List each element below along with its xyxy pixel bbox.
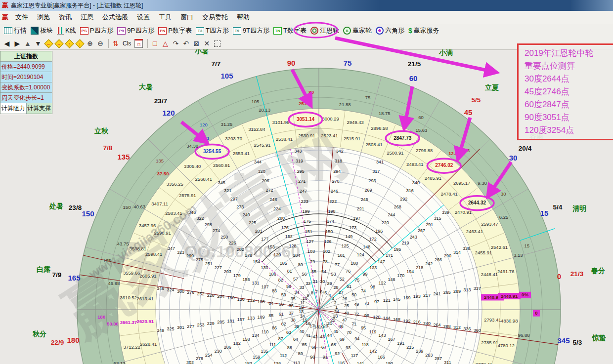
diamond-down-icon[interactable]: ↓ <box>76 40 83 47</box>
menu-5[interactable]: 公式选股 <box>98 13 132 22</box>
toolbar-item-9T四方形[interactable]: T99T四方形 <box>233 26 269 35</box>
annotation-box: 2019年江恩轮中轮重要点位测算30度2644点45度2746点60度2847点… <box>517 43 613 140</box>
rotate-cw-icon[interactable]: ↷ <box>172 40 179 47</box>
toolbar-item-T数字表[interactable]: TNT数字表 <box>273 26 306 35</box>
toolbar-item-P四方形[interactable]: PSP四方形 <box>80 26 114 35</box>
svg-text:32: 32 <box>306 281 310 286</box>
svg-text:49: 49 <box>354 302 359 307</box>
select-box-icon[interactable] <box>214 40 220 47</box>
boxed-x-icon[interactable]: ⊠ <box>193 40 200 47</box>
svg-text:2785.91: 2785.91 <box>481 340 498 345</box>
toolbar-item-label: T数字表 <box>283 26 306 35</box>
rotate-ccw-icon[interactable]: ↶ <box>182 40 189 47</box>
cls-button[interactable]: Cls <box>123 40 131 47</box>
svg-text:107: 107 <box>261 284 268 289</box>
svg-text:135: 135 <box>261 349 268 354</box>
scatter-x-icon[interactable]: ✕ <box>203 40 210 47</box>
svg-text:74: 74 <box>361 288 366 293</box>
svg-text:64: 64 <box>293 337 298 342</box>
calendar-21-icon[interactable]: 21 <box>134 39 143 48</box>
toolbar-item-K线[interactable]: K线 <box>57 26 76 35</box>
svg-text:150: 150 <box>325 229 333 234</box>
svg-text:265: 265 <box>443 290 451 295</box>
svg-text:80: 80 <box>298 262 303 267</box>
quote-grid-icon <box>4 27 12 34</box>
wheel-label-165: 165 <box>68 274 80 282</box>
svg-text:84: 84 <box>268 301 273 306</box>
svg-text:3051.14: 3051.14 <box>297 117 315 122</box>
blocks-icon <box>31 27 39 35</box>
svg-text:2493.41: 2493.41 <box>406 162 423 167</box>
menu-1[interactable]: 文件 <box>11 13 33 22</box>
toolbar-item-六角形[interactable]: 六角形 <box>376 26 404 35</box>
up-triangle-icon[interactable]: ▲ <box>24 40 31 47</box>
menu-6[interactable]: 设置 <box>132 13 154 22</box>
svg-text:35: 35 <box>291 296 296 301</box>
svg-text:53: 53 <box>331 272 336 277</box>
t9-badge-icon: T9 <box>233 27 241 35</box>
toolbar-item-赢家轮[interactable]: B赢家轮 <box>343 26 372 35</box>
toolbar-separator <box>147 39 148 48</box>
svg-text:47: 47 <box>342 318 347 323</box>
svg-text:206: 206 <box>224 345 231 350</box>
diamond-right-icon[interactable]: → <box>55 40 62 47</box>
toolbar-item-行情[interactable]: 行情 <box>4 26 27 35</box>
svg-text:342: 342 <box>336 149 344 154</box>
toolbar-item-9P四方形[interactable]: P99P四方形 <box>117 26 154 35</box>
zoom-out-icon[interactable]: ⊖ <box>97 40 104 47</box>
svg-text:169: 169 <box>403 295 410 300</box>
toolbar-item-P数字表[interactable]: PNP数字表 <box>158 26 192 35</box>
down-triangle-icon[interactable]: ▼ <box>35 40 42 47</box>
svg-text:2949.43: 2949.43 <box>347 120 363 125</box>
svg-text:111: 111 <box>269 342 276 347</box>
calc-resistance-button[interactable]: 计算阻力 <box>0 103 27 114</box>
wheel-label-5/4: 5/4 <box>553 203 563 211</box>
svg-text:320: 320 <box>258 169 265 174</box>
toolbar-item-江恩轮[interactable]: 江恩轮 <box>310 26 339 35</box>
menu-2[interactable]: 浏览 <box>33 13 54 22</box>
toolbar-item-板块[interactable]: 板块 <box>31 26 53 35</box>
svg-text:148: 148 <box>363 244 370 249</box>
svg-text:103: 103 <box>307 249 315 254</box>
menu-10[interactable]: 帮助 <box>232 13 254 22</box>
svg-text:88: 88 <box>287 345 292 350</box>
square-tool-icon[interactable]: □ <box>151 40 158 47</box>
toolbar-item-T四方形[interactable]: T3T四方形 <box>196 26 229 35</box>
svg-text:3203.70: 3203.70 <box>225 136 242 141</box>
svg-text:249: 249 <box>243 212 250 217</box>
time-axis-icon[interactable]: ⇅ <box>112 40 119 47</box>
wheel-label-120: 120 <box>162 109 175 117</box>
menu-8[interactable]: 窗口 <box>176 13 198 22</box>
annotation-line: 90度3051点 <box>525 111 613 124</box>
diamond-up-icon[interactable]: ↑ <box>66 40 73 47</box>
svg-text:106: 106 <box>269 272 276 277</box>
svg-text:73: 73 <box>364 301 369 306</box>
menu-7[interactable]: 工具 <box>154 13 176 22</box>
zoom-in-icon[interactable]: ⊕ <box>87 40 93 47</box>
svg-text:39: 39 <box>294 324 299 329</box>
triangle-tool-icon[interactable]: △ <box>162 40 169 47</box>
date-field: 时间=20190104 <box>0 72 52 82</box>
svg-text:278: 278 <box>196 356 203 361</box>
svg-text:227: 227 <box>215 265 222 270</box>
svg-text:38: 38 <box>291 318 296 323</box>
svg-text:33.33: 33.33 <box>197 135 209 141</box>
menu-4[interactable]: 江恩 <box>76 13 98 22</box>
prev-icon[interactable]: ◀ <box>3 40 10 47</box>
toolbar-item-赢家服务[interactable]: $赢家服务 <box>408 26 439 35</box>
svg-text:2628.41: 2628.41 <box>140 341 157 347</box>
svg-text:51: 51 <box>347 284 351 289</box>
svg-text:9.38: 9.38 <box>478 180 487 186</box>
svg-text:324: 324 <box>167 287 175 292</box>
diamond-left-icon[interactable]: ← <box>45 40 52 47</box>
menu-3[interactable]: 资讯 <box>54 13 76 22</box>
svg-text:2796.88: 2796.88 <box>416 148 433 153</box>
svg-text:15: 15 <box>524 243 529 248</box>
calc-support-button[interactable]: 计算支撑 <box>27 103 52 114</box>
svg-text:299: 299 <box>186 253 194 258</box>
svg-text:276: 276 <box>187 290 194 295</box>
wheel-label-7/8: 7/8 <box>103 144 113 152</box>
menu-9[interactable]: 交易委托 <box>198 13 232 22</box>
next-icon[interactable]: ▶ <box>14 40 21 47</box>
svg-text:2898.58: 2898.58 <box>371 125 388 131</box>
